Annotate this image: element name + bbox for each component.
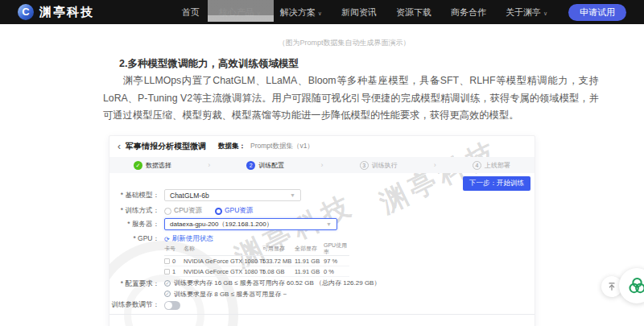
gpu-name: NVIDIA GeForce GTX 1080 Ti — [184, 268, 262, 275]
wizard-stepper: ✓数据选择›2训练配置›3训练执行›4上线部署 — [109, 157, 535, 173]
step-1[interactable]: ✓数据选择 — [134, 161, 171, 170]
step-label: 上线部署 — [485, 161, 510, 170]
base-model-label: * 基础模型： — [109, 191, 159, 200]
radio-option-label: GPU资源 — [225, 206, 253, 216]
apply-trial-button[interactable]: 申请试用 — [568, 4, 626, 21]
step-number: 2 — [246, 161, 255, 170]
gpu-usage: 0 % — [324, 268, 349, 275]
step-3[interactable]: 3训练执行 — [360, 161, 398, 170]
column-header: 全部显存 — [295, 246, 324, 252]
top-navbar: C 渊亭科技 首页核心产品∨解决方案∨新闻资讯资源下载商务合作关于渊亭∨ 申请试… — [0, 0, 644, 24]
radio-icon — [164, 208, 171, 215]
chevron-down-icon: ∨ — [318, 10, 322, 16]
gpu-card-id: 0 — [172, 258, 175, 265]
step-2[interactable]: 2训练配置 — [246, 161, 284, 170]
nav-item-home[interactable]: 首页 — [182, 6, 200, 19]
image-caption: （图为Prompt数据集自动生成界面演示） — [0, 38, 644, 48]
divider — [109, 314, 535, 315]
step-arrow-icon: › — [434, 161, 436, 169]
step-4[interactable]: 4上线部署 — [473, 161, 510, 170]
nav-item-business[interactable]: 商务合作 — [451, 6, 486, 19]
requirement-text: 训练要求内存 16 GB ≤ 服务器可用内存 60.52 GB （总内存 126… — [174, 279, 380, 287]
dataset-value: Prompt数据集（v1） — [250, 142, 314, 151]
logo-text: 渊亭科技 — [39, 5, 94, 20]
step-label: 训练执行 — [372, 161, 398, 170]
section-paragraph: 渊亭LLMOps内置了ChatGLM、LLaMA、Bloom等多种基座模型，具备… — [103, 72, 599, 125]
gpu-total-memory: 11.91 GB — [295, 258, 324, 265]
nav-item-news[interactable]: 新闻资讯 — [341, 6, 377, 19]
radio-option-label: CPU资源 — [174, 206, 202, 216]
nav-item-solutions[interactable]: 解决方案∨ — [280, 6, 322, 19]
chevron-down-icon: ▼ — [290, 192, 295, 198]
toggle-knob — [165, 302, 172, 309]
logo-icon: C — [18, 4, 34, 20]
gpu-label: * GPU： — [109, 234, 159, 244]
arrow-up-icon — [607, 282, 617, 291]
requirement-row: ✓训练要求显存 8 GB ≤ 服务器可用显存 ~ — [164, 290, 287, 299]
row-checkbox[interactable] — [164, 258, 170, 264]
check-circle-icon: ✓ — [134, 161, 142, 170]
step-number: 4 — [473, 161, 481, 170]
requirement-text: 训练要求显存 8 GB ≤ 服务器可用显存 ~ — [174, 290, 287, 299]
train-mode-label: * 训练方式： — [109, 206, 159, 216]
nav-item-downloads[interactable]: 资源下载 — [396, 6, 431, 19]
step-number: 3 — [360, 161, 369, 170]
green-knot-icon — [626, 275, 644, 297]
tune-params-toggle[interactable] — [164, 301, 180, 310]
requirements-label: * 配置要求： — [109, 279, 159, 289]
step-label: 数据选择 — [146, 161, 171, 170]
row-checkbox[interactable] — [164, 269, 170, 274]
chevron-down-icon: ▼ — [326, 221, 332, 227]
base-model-value: ChatGLM-6b — [170, 192, 209, 200]
nav-item-about[interactable]: 关于渊亭∨ — [506, 6, 547, 19]
train-mode-option-1[interactable]: GPU资源 — [215, 206, 253, 216]
app-screenshot-card: 渊亭科技 渊亭科技 ‹ 军事情报分析模型微调 数据集： Prompt数据集（v1… — [109, 135, 535, 326]
check-circle-icon: ✓ — [164, 280, 171, 287]
logo[interactable]: C 渊亭科技 — [18, 4, 94, 20]
gpu-card-id-cell: 1 — [164, 268, 184, 275]
base-model-select[interactable]: ChatGLM-6b ▼ — [164, 189, 301, 201]
column-header: 可用显存 — [262, 246, 295, 252]
step-label: 训练配置 — [258, 161, 284, 170]
column-header: 名称 — [184, 246, 262, 252]
gpu-card-id-cell: 0 — [164, 258, 184, 265]
gpu-table-row: 1NVIDIA GeForce GTX 1080 Ti5.08 GB11.91 … — [164, 266, 349, 277]
column-header: GPU使用率 — [324, 242, 349, 255]
dataset-label: 数据集： — [218, 142, 246, 151]
gpu-free-memory: 5.08 GB — [262, 268, 295, 275]
requirement-row: ✓训练要求内存 16 GB ≤ 服务器可用内存 60.52 GB （总内存 12… — [164, 279, 380, 287]
section-heading: 2.多种模型微调能力，高效训练领域模型 — [103, 57, 602, 71]
train-mode-option-0[interactable]: CPU资源 — [164, 206, 202, 216]
gpu-table: 卡号名称可用显存全部显存GPU使用率0NVIDIA GeForce GTX 10… — [164, 242, 349, 277]
train-mode-radio-group: CPU资源GPU资源 — [159, 206, 253, 216]
step-arrow-icon: › — [208, 161, 210, 169]
column-header: 卡号 — [164, 246, 184, 252]
server-select[interactable]: dataexa-gpu-200（192.168.1.200） ▼ — [164, 218, 337, 230]
gpu-card-id: 1 — [172, 268, 175, 275]
check-circle-icon: ✓ — [164, 291, 171, 297]
next-start-training-button[interactable]: 下一步：开始训练 — [463, 176, 530, 191]
gray-image-fragment — [208, 0, 274, 22]
tune-params-label: 训练参数调节： — [109, 300, 159, 310]
gpu-total-memory: 11.91 GB — [295, 268, 324, 275]
chevron-down-icon: ∨ — [543, 10, 547, 16]
gpu-name: NVIDIA GeForce GTX 1080 Ti — [184, 258, 262, 265]
gpu-table-row: 0NVIDIA GeForce GTX 1080 Ti533.72 MB11.9… — [164, 256, 349, 266]
back-arrow-icon[interactable]: ‹ — [118, 142, 121, 151]
finetune-task-title: 军事情报分析模型微调 — [126, 141, 206, 152]
gpu-usage: 97 % — [324, 258, 349, 265]
server-label: * 服务器： — [109, 220, 159, 229]
server-value: dataexa-gpu-200（192.168.1.200） — [170, 220, 273, 229]
gpu-free-memory: 533.72 MB — [262, 258, 295, 265]
step-arrow-icon: › — [320, 161, 323, 169]
radio-selected-icon — [215, 208, 222, 215]
service-logo-button[interactable] — [619, 268, 644, 303]
gpu-table-header: 卡号名称可用显存全部显存GPU使用率 — [164, 242, 349, 256]
